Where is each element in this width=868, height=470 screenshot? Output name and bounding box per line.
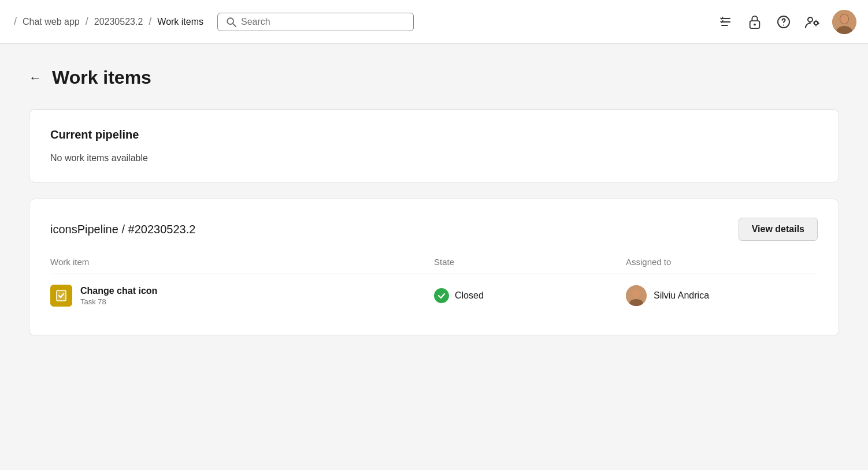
search-icon	[226, 17, 236, 27]
state-label: Closed	[455, 290, 484, 301]
svg-line-1	[233, 23, 236, 26]
back-button[interactable]: ←	[29, 70, 42, 85]
svg-point-18	[632, 289, 640, 298]
state-closed-icon	[434, 288, 449, 303]
nav-sep-2: /	[149, 16, 151, 28]
view-details-button[interactable]: View details	[739, 218, 818, 241]
breadcrumb-chat-web-app[interactable]: Chat web app	[23, 17, 80, 27]
state-cell: Closed	[434, 274, 626, 318]
task-icon	[50, 285, 72, 307]
current-pipeline-empty: No work items available	[50, 153, 818, 163]
user-avatar[interactable]	[832, 10, 856, 34]
assigned-cell: Silviu Andrica	[626, 274, 818, 318]
current-pipeline-card: Current pipeline No work items available	[29, 109, 839, 182]
nav-sep-1: /	[86, 16, 88, 28]
col-header-work-item: Work item	[50, 257, 434, 274]
current-pipeline-title: Current pipeline	[50, 128, 818, 141]
lock-icon[interactable]	[745, 13, 764, 31]
nav-sep-0: /	[14, 16, 17, 28]
topnav: / Chat web app / 20230523.2 / Work items	[0, 0, 868, 44]
svg-point-8	[783, 24, 784, 25]
help-icon[interactable]	[774, 13, 793, 31]
main-content: ← Work items Current pipeline No work it…	[0, 44, 868, 375]
tasks-icon[interactable]	[717, 13, 735, 31]
table-row: Change chat icon Task 78 Closed	[50, 274, 818, 318]
work-items-table: Work item State Assigned to	[50, 257, 818, 317]
page-header: ← Work items	[29, 67, 839, 88]
col-header-assigned-to: Assigned to	[626, 257, 818, 274]
pipeline-name: iconsPipeline / #20230523.2	[50, 223, 195, 236]
svg-rect-15	[57, 290, 66, 301]
settings-people-icon[interactable]	[803, 13, 822, 31]
item-name: Change chat icon	[80, 286, 157, 296]
search-box	[217, 13, 414, 31]
item-sub: Task 78	[80, 297, 157, 306]
breadcrumb-build[interactable]: 20230523.2	[94, 17, 143, 27]
svg-point-14	[840, 14, 848, 24]
icons-pipeline-card: iconsPipeline / #20230523.2 View details…	[29, 199, 839, 336]
breadcrumb-work-items[interactable]: Work items	[157, 17, 203, 27]
search-input[interactable]	[241, 17, 405, 27]
assigned-name: Silviu Andrica	[654, 290, 709, 301]
page-title: Work items	[52, 67, 151, 88]
pipeline-header: iconsPipeline / #20230523.2 View details	[50, 218, 818, 241]
topnav-icons	[717, 10, 856, 34]
assigned-avatar	[626, 285, 647, 306]
svg-point-6	[754, 23, 756, 25]
col-header-state: State	[434, 257, 626, 274]
work-item-cell: Change chat icon Task 78	[50, 274, 434, 318]
svg-point-9	[808, 17, 813, 22]
item-info: Change chat icon Task 78	[80, 286, 157, 306]
